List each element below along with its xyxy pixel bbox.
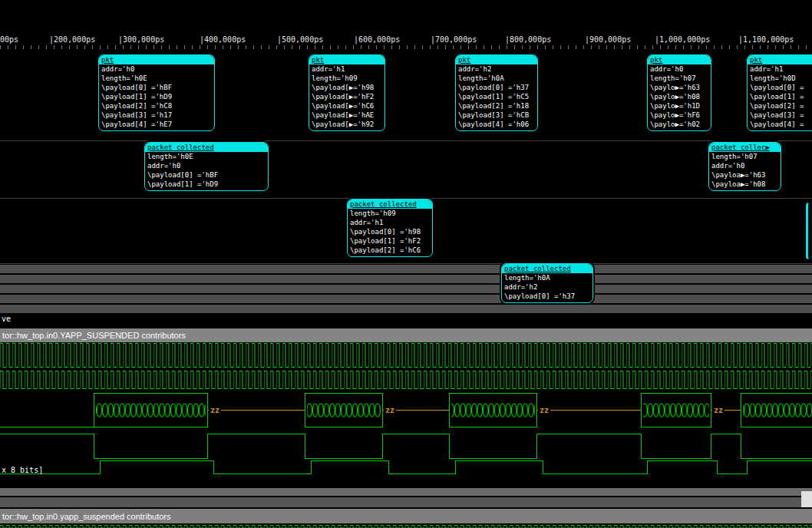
popup-field: \payload[1] = (748, 92, 812, 101)
popup-field: length='h09 (348, 209, 432, 218)
row-separator (0, 140, 812, 141)
suspended-band-top-label: tor::hw_top.in0.YAPP_SUSPENDED contribut… (2, 331, 186, 340)
popup-field: addr='h2 (456, 64, 537, 74)
timeline-label: |300,000ps (118, 35, 164, 44)
popup-pkt[interactable]: pktaddr='h2length='h0A\payload[0] ='h37\… (455, 54, 538, 131)
waveform-canvas[interactable]: zz zz zz zz (0, 342, 812, 480)
popup-field: \payload[4] = (748, 120, 812, 129)
timeline-label: |600,000ps (354, 35, 400, 44)
popup-field: \paylo▶='h63 (648, 83, 711, 92)
bottom-clock-sliver[interactable] (0, 524, 812, 528)
timeline-label: |700,000ps (431, 35, 477, 44)
signal-wave-1[interactable] (0, 434, 812, 459)
popup-field: \payload[2] ='h18 (456, 101, 537, 111)
timeline-minor-ticks (0, 45, 812, 49)
group-strip[interactable] (0, 497, 812, 507)
popup-field: \payload[0] ='h98 (348, 227, 432, 236)
popup-field: length='h0E (145, 152, 268, 161)
popup-edge-sliver[interactable] (806, 203, 812, 259)
popup-field: \paylo▶='h08 (648, 92, 711, 101)
bus-z-label: zz (540, 406, 549, 414)
popup-packet-collected[interactable]: packet_collectedlength='h0Eaddr='h0\payl… (144, 142, 269, 191)
suspended-band-top[interactable]: tor::hw_top.in0.YAPP_SUSPENDED contribut… (0, 328, 812, 342)
popup-field: \paylo▶='h1D (648, 101, 711, 111)
wave-group-label: ve (2, 315, 11, 323)
popup-title[interactable]: packet_collected (145, 143, 268, 152)
popup-field: \payload[1] ='hC5 (456, 92, 537, 101)
timeline-label: |200,000ps (49, 35, 95, 44)
popup-pkt[interactable]: pktaddr='h0length='h07\paylo▶='h63\paylo… (647, 54, 711, 131)
popup-pkt[interactable]: pktaddr='h0length='h0E\payload[0] ='hBF\… (98, 54, 215, 131)
row-separator (0, 263, 812, 264)
bus-burst-values (96, 403, 206, 417)
popup-field: \payload[2] ='hC8 (99, 101, 214, 111)
suspended-band-bottom[interactable]: tor::hw_top.in0.yapp_suspended contribut… (0, 509, 812, 523)
popup-title[interactable]: pkt (748, 55, 812, 64)
popup-pkt[interactable]: pktaddr='h1length='h09\payload[▶='h98\pa… (309, 54, 385, 131)
bus-burst-values (643, 403, 709, 417)
popup-field: \payload[0] ='hBF (145, 170, 268, 180)
clock-wave-1[interactable] (0, 342, 812, 369)
popup-title[interactable]: packet_collected (348, 200, 432, 209)
timeline-label: |400,000ps (200, 35, 246, 44)
popup-field: length='h0D (748, 74, 812, 83)
popup-field: \payloa▶='h08 (709, 180, 781, 189)
timeline-label: 00ps (0, 35, 18, 44)
popup-packet-collected[interactable]: packet_collectedlength='h09addr='h1\payl… (347, 199, 433, 257)
popup-title[interactable]: pkt (99, 55, 214, 64)
popup-field: addr='h2 (502, 282, 592, 292)
popup-field: \payload[3] ='h17 (99, 111, 214, 120)
popup-field: \payload[▶='hC6 (309, 101, 385, 111)
popup-field: length='h07 (648, 74, 711, 83)
popup-field: \paylo▶='hF6 (648, 111, 711, 120)
popup-field: \payload[0] ='h37 (456, 83, 537, 92)
popup-field: \payload[1] ='hD9 (99, 92, 214, 101)
signal-wave-2[interactable] (0, 461, 812, 474)
popup-field: length='h07 (709, 152, 781, 161)
popup-field: \payload[0] ='h37 (502, 292, 592, 301)
popup-field: length='h09 (309, 74, 385, 83)
bus-burst-values (307, 403, 381, 417)
popup-field: \payloa▶='h63 (709, 170, 781, 180)
bus-z-label: zz (210, 406, 220, 414)
popup-field: addr='h0 (99, 64, 214, 74)
popup-field: \payload[1] ='hF2 (348, 236, 432, 246)
waveform-viewer: 00ps|200,000ps|300,000ps|400,000ps|500,0… (0, 0, 812, 528)
popup-field: addr='h0 (145, 161, 268, 170)
popup-field: addr='h0 (709, 161, 781, 170)
suspended-band-bottom-label: tor::hw_top.in0.yapp_suspended contribut… (2, 512, 171, 521)
group-strip[interactable] (0, 488, 812, 496)
popup-field: \payload[▶='h98 (309, 83, 385, 92)
scroll-corner (801, 491, 812, 507)
clock-wave-2[interactable] (0, 370, 812, 390)
bus-burst-values (743, 403, 812, 417)
popup-field: addr='h1 (348, 218, 432, 227)
popup-field: \payload[1] ='hD9 (145, 180, 268, 189)
popup-packet-collected[interactable]: packet_collectedlength='h0Aaddr='h2\payl… (501, 263, 593, 303)
popup-field: \payload[▶='hAE (309, 111, 385, 120)
popup-field: \payload[3] = (748, 111, 812, 120)
collapsed-group-rows[interactable] (0, 265, 812, 314)
popup-field: \payload[▶='h92 (309, 120, 385, 129)
bus-z-label: zz (385, 406, 394, 414)
popup-pkt[interactable]: pktaddr='h1length='h0D\payload[0] =\payl… (747, 54, 812, 131)
popup-field: addr='h0 (648, 64, 711, 74)
popup-field: \payload[4] ='hE7 (99, 120, 214, 129)
popup-packet-collected[interactable]: packet_collec▶length='h07addr='h0\payloa… (708, 142, 781, 191)
popup-title[interactable]: pkt (456, 55, 537, 64)
popup-title[interactable]: packet_collec▶ (709, 143, 781, 152)
popup-title[interactable]: pkt (309, 55, 385, 64)
popup-field: \payload[▶='hF2 (309, 92, 385, 101)
popup-field: \payload[0] ='hBF (99, 83, 214, 92)
popup-field: \payload[4] ='h06 (456, 120, 537, 129)
popup-title[interactable]: pkt (648, 55, 711, 64)
bits-label: x 8 bits] (2, 466, 43, 474)
bus-wave[interactable]: zz zz zz zz (0, 394, 812, 427)
timeline-ruler[interactable]: 00ps|200,000ps|300,000ps|400,000ps|500,0… (0, 0, 812, 50)
popup-title[interactable]: packet_collected (502, 264, 592, 273)
bus-z-label: zz (714, 406, 723, 414)
popup-field: \payload[0] = (748, 83, 812, 92)
timeline-label: |500,000ps (277, 35, 323, 44)
popup-field: addr='h1 (309, 64, 385, 74)
timeline-label: |1,100,000ps (738, 35, 794, 44)
